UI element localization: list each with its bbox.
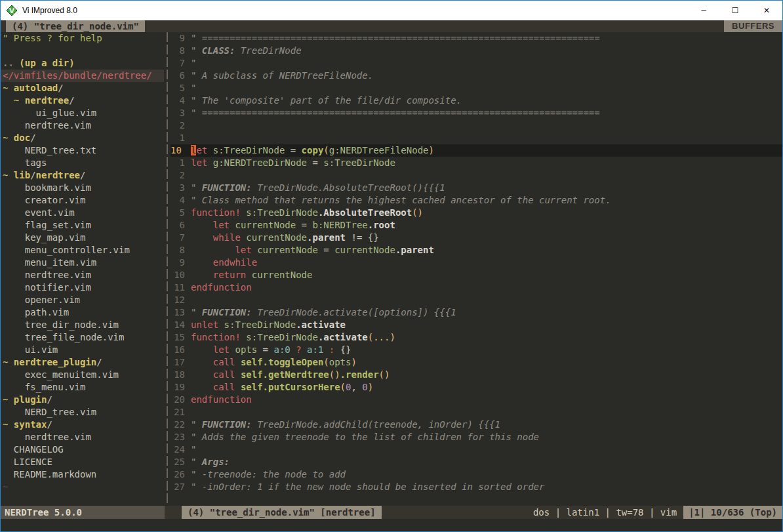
- tree-item[interactable]: tags: [1, 157, 164, 169]
- code-line[interactable]: 7": [171, 57, 782, 70]
- syntax-segment: currentNode: [246, 232, 307, 243]
- code-line[interactable]: 20endfunction: [171, 394, 782, 406]
- code-line[interactable]: 1let g:NERDTreeDirNode = s:TreeDirNode: [171, 157, 782, 169]
- syntax-segment: ): [351, 357, 356, 367]
- code-line[interactable]: 10 return currentNode: [171, 269, 782, 281]
- code-line[interactable]: 12: [171, 294, 782, 306]
- tree-item[interactable]: ~ syntax/: [1, 419, 164, 431]
- code-line[interactable]: 6 let currentNode = b:NERDTree.root: [171, 219, 782, 232]
- code-line[interactable]: 5function! s:TreeDirNode.AbsoluteTreeRoo…: [171, 207, 782, 219]
- line-number: 5: [171, 82, 185, 94]
- code-line[interactable]: 6" A subclass of NERDTreeFileNode.: [171, 70, 782, 82]
- code-line[interactable]: 19 call self.putCursorHere(0, 0): [171, 381, 782, 394]
- syntax-segment: b:NERDTree: [312, 220, 367, 230]
- tree-item[interactable]: key_map.vim: [1, 232, 164, 244]
- code-line[interactable]: 8" CLASS: TreeDirNode: [171, 45, 782, 57]
- code-line[interactable]: 25" Args:: [171, 456, 782, 468]
- syntax-segment: [191, 382, 213, 392]
- syntax-segment: g:NERDTreeDirNode: [213, 157, 307, 168]
- code-line[interactable]: 16 let opts = a:0 ? a:1 : {}: [171, 344, 782, 356]
- tree-root-item[interactable]: </vimfiles/bundle/nerdtree/: [1, 70, 164, 82]
- tree-item[interactable]: ~ plugin/: [1, 394, 164, 406]
- tree-item[interactable]: exec_menuitem.vim: [1, 369, 164, 381]
- title-bar: V Vi IMproved 8.0 ─ ☐ ✕: [1, 1, 782, 20]
- code-line[interactable]: 3" FUNCTION: TreeDirNode.AbsoluteTreeRoo…: [171, 182, 782, 194]
- line-number: 25: [171, 456, 185, 468]
- tree-item[interactable]: menu_item.vim: [1, 256, 164, 269]
- tree-item[interactable]: NERD_tree.vim: [1, 406, 164, 419]
- tree-item[interactable]: LICENCE: [1, 456, 164, 468]
- code-line[interactable]: 2: [171, 119, 782, 132]
- syntax-segment: nerdtree_plugin: [14, 357, 96, 367]
- tree-item[interactable]: README.markdown: [1, 468, 164, 481]
- tree-item[interactable]: ~: [1, 481, 164, 493]
- code-line[interactable]: 13" FUNCTION: TreeDirNode.activate([opti…: [171, 306, 782, 319]
- code-line[interactable]: 27" -inOrder: 1 if the new node should b…: [171, 481, 782, 493]
- code-line[interactable]: 21: [171, 406, 782, 419]
- code-line[interactable]: 3" =====================================…: [171, 107, 782, 119]
- code-line[interactable]: 2: [171, 169, 782, 182]
- tree-item[interactable]: ui.vim: [1, 344, 164, 356]
- tree-item[interactable]: ~ lib/nerdtree/: [1, 169, 164, 182]
- tree-item[interactable]: ~ autoload/: [1, 82, 164, 94]
- code-text: let opts = a:0 ? a:1 : {}: [191, 344, 782, 356]
- maximize-button[interactable]: ☐: [719, 1, 751, 20]
- tree-item[interactable]: menu_controller.vim: [1, 244, 164, 256]
- tree-item[interactable]: creator.vim: [1, 194, 164, 207]
- code-line[interactable]: 23" Adds the given treenode to the list …: [171, 431, 782, 443]
- code-line[interactable]: 9 endwhile: [171, 256, 782, 269]
- syntax-segment: ): [368, 382, 373, 392]
- tree-item[interactable]: path.vim: [1, 306, 164, 319]
- code-line[interactable]: 22" FUNCTION: TreeDirNode.addChild(treen…: [171, 419, 782, 431]
- close-button[interactable]: ✕: [751, 1, 782, 20]
- code-line[interactable]: 1: [171, 132, 782, 144]
- tree-item[interactable]: [1, 45, 164, 57]
- window-separator[interactable]: [164, 32, 171, 506]
- tree-item[interactable]: ~ nerdtree_plugin/: [1, 356, 164, 369]
- tree-item[interactable]: tree_dir_node.vim: [1, 319, 164, 331]
- tree-item[interactable]: NERD_tree.txt: [1, 144, 164, 157]
- tree-item[interactable]: opener.vim: [1, 294, 164, 306]
- syntax-segment: ": [191, 307, 202, 317]
- tree-item[interactable]: notifier.vim: [1, 281, 164, 294]
- code-line[interactable]: 4" The 'composite' part of the file/dir …: [171, 94, 782, 107]
- tree-item[interactable]: ~ doc/: [1, 132, 164, 144]
- code-line[interactable]: 4" Class method that returns the highest…: [171, 194, 782, 207]
- tree-item[interactable]: .. (up a dir): [1, 57, 164, 70]
- line-number: 6: [171, 70, 185, 82]
- line-number: 7: [171, 57, 185, 70]
- code-line-current[interactable]: 10let s:TreeDirNode = copy(g:NERDTreeFil…: [171, 144, 782, 157]
- tree-item[interactable]: bookmark.vim: [1, 182, 164, 194]
- tree-item[interactable]: ~ nerdtree/: [1, 94, 164, 107]
- code-line[interactable]: 18 call self.getNerdtree().render(): [171, 369, 782, 381]
- minimize-button[interactable]: ─: [688, 1, 719, 20]
- syntax-segment: .parent: [307, 232, 346, 243]
- command-line[interactable]: [1, 519, 782, 531]
- tree-item[interactable]: nerdtree.vim: [1, 269, 164, 281]
- code-line[interactable]: 14unlet s:TreeDirNode.activate: [171, 319, 782, 331]
- syntax-segment: :: [329, 344, 334, 355]
- tree-item[interactable]: ui_glue.vim: [1, 107, 164, 119]
- syntax-segment: (): [379, 369, 390, 380]
- code-line[interactable]: 15function! s:TreeDirNode.activate(...): [171, 331, 782, 344]
- code-line[interactable]: 9" =====================================…: [171, 32, 782, 45]
- tree-item[interactable]: event.vim: [1, 207, 164, 219]
- tree-item[interactable]: CHANGELOG: [1, 443, 164, 456]
- code-line[interactable]: 7 while currentNode.parent != {}: [171, 232, 782, 244]
- tree-item[interactable]: tree_file_node.vim: [1, 331, 164, 344]
- tree-item[interactable]: " Press ? for help: [1, 32, 164, 45]
- tree-item[interactable]: fs_menu.vim: [1, 381, 164, 394]
- code-line[interactable]: 17 call self.toggleOpen(opts): [171, 356, 782, 369]
- tree-item[interactable]: nerdtree.vim: [1, 119, 164, 132]
- nerdtree-panel: " Press ? for help.. (up a dir)</vimfile…: [1, 32, 164, 506]
- syntax-segment: ui.vim: [3, 344, 58, 355]
- tree-item[interactable]: flag_set.vim: [1, 219, 164, 232]
- code-line[interactable]: 26" -treenode: the node to add: [171, 468, 782, 481]
- code-line[interactable]: 8 let currentNode = currentNode.parent: [171, 244, 782, 256]
- tab-tree-dir-node[interactable]: (4) "tree_dir_node.vim": [6, 20, 145, 32]
- code-line[interactable]: 5": [171, 82, 782, 94]
- tree-item[interactable]: nerdtree.vim: [1, 431, 164, 443]
- code-line[interactable]: 11endfunction: [171, 281, 782, 294]
- syntax-segment: call: [213, 357, 235, 367]
- code-line[interactable]: 24": [171, 443, 782, 456]
